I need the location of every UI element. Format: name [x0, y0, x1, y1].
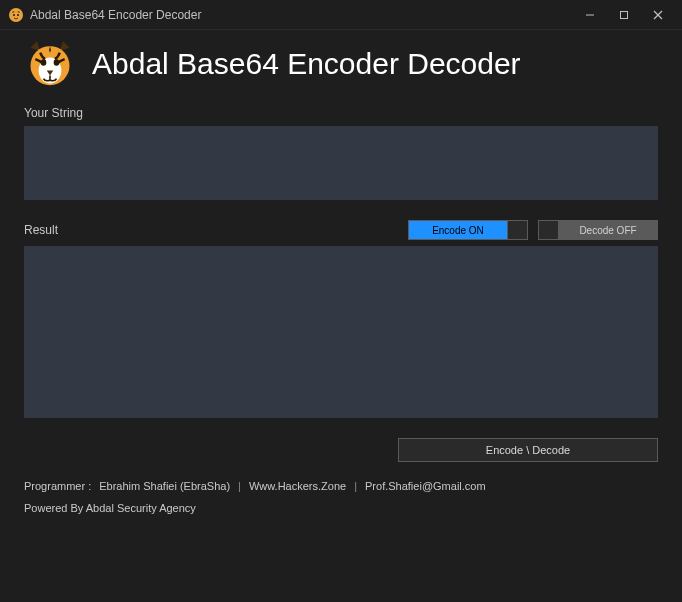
result-output[interactable]: [24, 246, 658, 418]
close-icon[interactable]: [650, 7, 666, 23]
decode-toggle-label: Decode OFF: [559, 221, 657, 239]
programmer-label: Programmer :: [24, 480, 91, 492]
encode-toggle-knob: [507, 221, 527, 239]
svg-point-2: [17, 14, 19, 16]
content: Abdal Base64 Encoder Decoder Your String…: [0, 30, 682, 528]
toggle-group: Encode ON Decode OFF: [408, 220, 658, 240]
email-link[interactable]: Prof.Shafiei@Gmail.com: [365, 480, 486, 492]
header: Abdal Base64 Encoder Decoder: [24, 38, 658, 90]
encode-toggle[interactable]: Encode ON: [408, 220, 528, 240]
website-link[interactable]: Www.Hackers.Zone: [249, 480, 346, 492]
footer-credits: Programmer : Ebrahim Shafiei (EbraSha) |…: [24, 480, 658, 492]
svg-point-9: [41, 59, 47, 66]
result-label: Result: [24, 223, 58, 237]
svg-point-10: [54, 59, 60, 66]
svg-point-0: [9, 8, 23, 22]
app-title: Abdal Base64 Encoder Decoder: [92, 47, 521, 81]
decode-toggle[interactable]: Decode OFF: [538, 220, 658, 240]
window-controls: [582, 7, 674, 23]
encode-decode-button[interactable]: Encode \ Decode: [398, 438, 658, 462]
maximize-icon[interactable]: [616, 7, 632, 23]
programmer-name: Ebrahim Shafiei (EbraSha): [99, 480, 230, 492]
svg-point-1: [13, 14, 15, 16]
powered-by: Powered By Abdal Security Agency: [24, 502, 658, 514]
input-label: Your String: [24, 106, 658, 120]
window-title: Abdal Base64 Encoder Decoder: [30, 8, 582, 22]
your-string-input[interactable]: [24, 126, 658, 200]
separator: |: [354, 480, 357, 492]
action-row: Encode \ Decode: [24, 438, 658, 462]
decode-toggle-knob: [539, 221, 559, 239]
titlebar: Abdal Base64 Encoder Decoder: [0, 0, 682, 30]
encode-toggle-label: Encode ON: [409, 221, 507, 239]
footer: Programmer : Ebrahim Shafiei (EbraSha) |…: [24, 480, 658, 514]
separator: |: [238, 480, 241, 492]
svg-rect-4: [621, 11, 628, 18]
app-icon-small: [8, 7, 24, 23]
toggle-row: Result Encode ON Decode OFF: [24, 220, 658, 240]
minimize-icon[interactable]: [582, 7, 598, 23]
tiger-logo-icon: [24, 38, 76, 90]
